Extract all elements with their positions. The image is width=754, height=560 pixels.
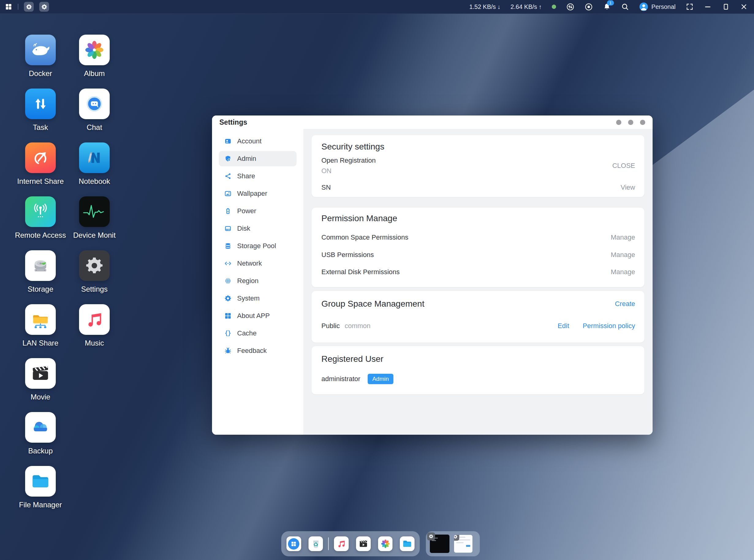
admin-shield-icon (224, 155, 232, 162)
minimize-button[interactable] (704, 3, 712, 11)
pinned-settings-window-1[interactable] (24, 2, 34, 12)
dock-movie-icon[interactable] (356, 536, 371, 551)
topbar-status-area: 1.52 KB/s↓ 2.64 KB/s↑ 1 Personal (469, 2, 754, 11)
window-control-dot-1[interactable] (616, 120, 621, 125)
notification-bell-icon[interactable]: 1 (603, 3, 611, 11)
dock-files-icon[interactable] (400, 536, 415, 551)
window-control-dot-3[interactable] (640, 120, 645, 125)
sidebar-item-cache[interactable]: Cache (219, 326, 297, 341)
row-label: External Disk Permissions (321, 268, 400, 276)
group-space-card: Group Space Management Create Public com… (312, 291, 644, 342)
desktop-icon-storage[interactable]: Storage (14, 250, 67, 294)
gear-icon (41, 4, 47, 10)
administrator-row: administrator Admin (321, 374, 635, 384)
sn-row: SN View (321, 183, 635, 192)
window-control-dot-2[interactable] (628, 120, 633, 125)
desktop-icon-label: Task (33, 123, 48, 132)
desktop-icon-notebook[interactable]: Notebook (67, 142, 121, 186)
window-titlebar: Settings (212, 116, 653, 129)
sidebar-item-feedback[interactable]: Feedback (219, 343, 297, 358)
sidebar-item-admin[interactable]: Admin (219, 151, 297, 166)
settings-sidebar: Account Admin Share Wallpaper Power Disk… (212, 129, 303, 435)
sidebar-item-power[interactable]: Power (219, 203, 297, 219)
sidebar-item-label: Cache (237, 329, 257, 337)
group-type: common (345, 322, 371, 330)
desktop-icon-backup[interactable]: Backup (14, 412, 67, 455)
dock-music-icon[interactable] (334, 536, 349, 551)
edit-link[interactable]: Edit (558, 322, 569, 330)
desktop-icon-label: Notebook (79, 177, 110, 186)
desktop-icon-label: Remote Access (15, 231, 66, 240)
create-link[interactable]: Create (615, 300, 635, 308)
settings-app-icon (79, 250, 110, 281)
sidebar-item-network[interactable]: Network (219, 256, 297, 271)
public-group-row: Public common Edit Permission policy (321, 322, 635, 330)
status-dot (552, 5, 556, 9)
user-name: Personal (651, 3, 676, 11)
sidebar-item-storage-pool[interactable]: Storage Pool (219, 238, 297, 254)
backup-sync-icon[interactable] (584, 3, 593, 11)
maximize-button[interactable] (722, 3, 730, 11)
internet-share-app-icon (25, 142, 56, 173)
dock-launcher-icon[interactable] (286, 536, 301, 551)
manage-action[interactable]: Manage (611, 268, 635, 276)
manage-action[interactable]: Manage (611, 251, 635, 259)
row-label: SN (321, 183, 331, 192)
sidebar-item-label: Storage Pool (237, 242, 276, 250)
desktop-icon-task[interactable]: Task (14, 88, 67, 132)
close-button[interactable] (740, 3, 748, 11)
sidebar-item-about-app[interactable]: About APP (219, 308, 297, 323)
storage-pool-icon (224, 242, 232, 250)
sidebar-item-system[interactable]: System (219, 291, 297, 306)
fullscreen-icon[interactable] (686, 3, 694, 11)
sidebar-item-label: Account (237, 137, 262, 145)
desktop-icon-album[interactable]: Album (67, 35, 121, 78)
desktop-icon-settings[interactable]: Settings (67, 250, 121, 294)
pinned-settings-window-2[interactable] (39, 2, 49, 12)
sidebar-item-label: Region (237, 277, 259, 285)
common-space-permissions-row: Common Space Permissions Manage (321, 234, 635, 241)
desktop-icon-device-monit[interactable]: Device Monit (67, 196, 121, 240)
dock-trash-icon[interactable]: ♻ (309, 536, 323, 551)
desktop-icon-label: LAN Share (22, 339, 58, 347)
album-app-icon (79, 35, 110, 65)
close-action[interactable]: CLOSE (612, 162, 635, 170)
row-value: ON (321, 167, 376, 175)
pinwheel-icon (380, 539, 390, 549)
movie-app-icon (25, 358, 56, 389)
row-label: Open Registration (321, 157, 376, 164)
sidebar-item-account[interactable]: Account (219, 134, 297, 149)
security-settings-card: Security settings Open Registration ON C… (312, 135, 644, 197)
transfer-icon[interactable] (566, 3, 574, 11)
desktop-icon-label: Internet Share (17, 177, 64, 186)
disk-icon (224, 225, 232, 232)
desktop-icon-remote-access[interactable]: Remote Access (14, 196, 67, 240)
music-note-icon (85, 310, 104, 329)
sidebar-item-share[interactable]: Share (219, 168, 297, 184)
permission-policy-link[interactable]: Permission policy (583, 322, 635, 330)
sidebar-item-region[interactable]: Region (219, 273, 297, 288)
dock-album-icon[interactable] (378, 536, 393, 551)
desktop-icon-chat[interactable]: Chat (67, 88, 121, 132)
search-icon[interactable] (621, 3, 629, 11)
topbar-left (0, 2, 49, 12)
window-thumbnail-settings[interactable] (454, 535, 473, 553)
docker-app-icon (25, 35, 56, 65)
desktop-icon-internet-share[interactable]: Internet Share (14, 142, 67, 186)
permission-manage-card: Permission Manage Common Space Permissio… (312, 208, 644, 287)
window-thumbnail-terminal[interactable] (430, 535, 450, 553)
desktop-icon-file-manager[interactable]: File Manager (14, 466, 67, 509)
sidebar-item-label: Wallpaper (237, 189, 267, 198)
desktop-icon-docker[interactable]: Docker (14, 35, 67, 78)
sidebar-item-disk[interactable]: Disk (219, 221, 297, 236)
desktop-icon-lan-share[interactable]: LAN Share (14, 304, 67, 347)
desktop-icon-music[interactable]: Music (67, 304, 121, 347)
sidebar-item-wallpaper[interactable]: Wallpaper (219, 186, 297, 201)
manage-action[interactable]: Manage (611, 234, 635, 241)
view-action[interactable]: View (621, 183, 635, 192)
desktop-icon-movie[interactable]: Movie (14, 358, 67, 401)
registered-user-card: Registered User administrator Admin (312, 346, 644, 394)
pinwheel-icon (84, 40, 105, 60)
user-menu[interactable]: Personal (639, 2, 676, 11)
app-launcher-grid-icon[interactable] (5, 3, 12, 11)
